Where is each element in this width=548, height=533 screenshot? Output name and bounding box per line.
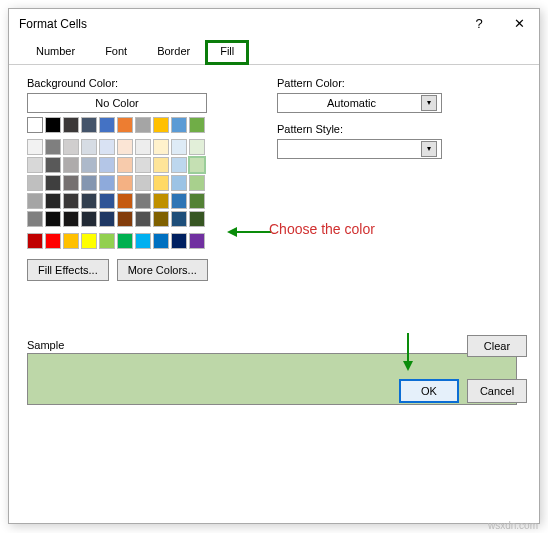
color-swatch[interactable] <box>27 233 43 249</box>
color-swatch[interactable] <box>153 211 169 227</box>
color-swatch[interactable] <box>189 211 205 227</box>
color-swatch[interactable] <box>99 157 115 173</box>
pattern-color-dropdown[interactable]: Automatic ▾ <box>277 93 442 113</box>
color-swatch[interactable] <box>99 117 115 133</box>
color-swatch[interactable] <box>99 211 115 227</box>
color-swatch[interactable] <box>135 233 151 249</box>
color-swatch[interactable] <box>171 175 187 191</box>
color-swatch[interactable] <box>81 211 97 227</box>
color-swatch[interactable] <box>153 175 169 191</box>
color-swatch[interactable] <box>63 157 79 173</box>
color-swatch[interactable] <box>153 157 169 173</box>
color-swatch[interactable] <box>63 233 79 249</box>
pattern-style-label: Pattern Style: <box>277 123 521 135</box>
color-swatch[interactable] <box>189 117 205 133</box>
tint-palette <box>27 139 212 227</box>
annotation-arrow-down <box>403 333 413 371</box>
tab-strip: NumberFontBorderFill <box>9 39 539 65</box>
color-swatch[interactable] <box>117 139 133 155</box>
dialog-content: Background Color: No Color Fill Effects.… <box>9 65 539 417</box>
color-swatch[interactable] <box>171 139 187 155</box>
color-swatch[interactable] <box>45 233 61 249</box>
color-swatch[interactable] <box>63 139 79 155</box>
color-swatch[interactable] <box>27 211 43 227</box>
titlebar: Format Cells ? ✕ <box>9 9 539 39</box>
clear-button[interactable]: Clear <box>467 335 527 357</box>
color-swatch[interactable] <box>171 233 187 249</box>
pattern-style-dropdown[interactable]: ▾ <box>277 139 442 159</box>
color-swatch[interactable] <box>117 233 133 249</box>
color-swatch[interactable] <box>171 157 187 173</box>
dialog-title: Format Cells <box>19 17 459 31</box>
color-swatch[interactable] <box>135 211 151 227</box>
color-swatch[interactable] <box>45 117 61 133</box>
tab-font[interactable]: Font <box>90 40 142 65</box>
color-swatch[interactable] <box>45 139 61 155</box>
color-swatch[interactable] <box>171 193 187 209</box>
color-swatch[interactable] <box>63 117 79 133</box>
color-swatch[interactable] <box>189 193 205 209</box>
color-swatch[interactable] <box>117 117 133 133</box>
color-swatch[interactable] <box>27 193 43 209</box>
ok-button[interactable]: OK <box>399 379 459 403</box>
color-swatch[interactable] <box>45 157 61 173</box>
color-swatch[interactable] <box>99 193 115 209</box>
color-swatch[interactable] <box>81 139 97 155</box>
color-swatch[interactable] <box>135 139 151 155</box>
color-swatch[interactable] <box>171 211 187 227</box>
color-swatch[interactable] <box>45 211 61 227</box>
tab-number[interactable]: Number <box>21 40 90 65</box>
color-swatch[interactable] <box>171 117 187 133</box>
color-swatch[interactable] <box>153 233 169 249</box>
tab-border[interactable]: Border <box>142 40 205 65</box>
color-swatch[interactable] <box>81 117 97 133</box>
color-swatch[interactable] <box>27 157 43 173</box>
color-swatch[interactable] <box>81 193 97 209</box>
theme-color-row <box>27 117 212 133</box>
color-swatch[interactable] <box>81 175 97 191</box>
color-swatch[interactable] <box>99 233 115 249</box>
color-swatch[interactable] <box>153 139 169 155</box>
color-swatch[interactable] <box>153 193 169 209</box>
format-cells-dialog: Format Cells ? ✕ NumberFontBorderFill Ba… <box>8 8 540 524</box>
pattern-color-label: Pattern Color: <box>277 77 521 89</box>
color-swatch[interactable] <box>63 211 79 227</box>
color-swatch[interactable] <box>135 117 151 133</box>
color-swatch[interactable] <box>63 175 79 191</box>
sample-label: Sample <box>27 339 521 351</box>
color-swatch[interactable] <box>45 175 61 191</box>
color-swatch[interactable] <box>117 211 133 227</box>
color-swatch[interactable] <box>117 193 133 209</box>
color-swatch[interactable] <box>117 157 133 173</box>
annotation-arrow-left <box>227 227 271 237</box>
color-swatch[interactable] <box>99 139 115 155</box>
background-color-label: Background Color: <box>27 77 237 89</box>
color-swatch[interactable] <box>135 175 151 191</box>
color-swatch[interactable] <box>189 139 205 155</box>
color-swatch[interactable] <box>27 117 43 133</box>
color-swatch[interactable] <box>135 193 151 209</box>
color-swatch[interactable] <box>135 157 151 173</box>
chevron-down-icon: ▾ <box>421 141 437 157</box>
standard-color-row <box>27 233 212 249</box>
more-colors-button[interactable]: More Colors... <box>117 259 208 281</box>
color-swatch[interactable] <box>117 175 133 191</box>
color-swatch[interactable] <box>189 175 205 191</box>
color-swatch[interactable] <box>99 175 115 191</box>
color-swatch[interactable] <box>153 117 169 133</box>
color-swatch[interactable] <box>189 233 205 249</box>
color-swatch[interactable] <box>81 157 97 173</box>
close-button[interactable]: ✕ <box>499 9 539 39</box>
no-color-button[interactable]: No Color <box>27 93 207 113</box>
color-swatch[interactable] <box>45 193 61 209</box>
tab-fill[interactable]: Fill <box>205 40 249 65</box>
color-swatch[interactable] <box>63 193 79 209</box>
help-button[interactable]: ? <box>459 9 499 39</box>
color-swatch[interactable] <box>27 175 43 191</box>
cancel-button[interactable]: Cancel <box>467 379 527 403</box>
color-swatch[interactable] <box>189 157 205 173</box>
color-swatch[interactable] <box>27 139 43 155</box>
fill-effects-button[interactable]: Fill Effects... <box>27 259 109 281</box>
pattern-color-value: Automatic <box>282 97 421 109</box>
color-swatch[interactable] <box>81 233 97 249</box>
